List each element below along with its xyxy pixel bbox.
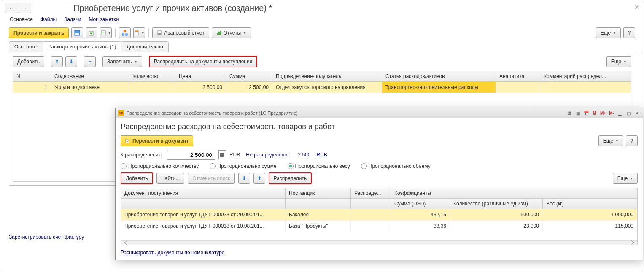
dialog-close-icon[interactable]: ✕ xyxy=(633,110,640,116)
print-icon[interactable]: 🖶 xyxy=(566,110,573,116)
dcol-qty[interactable]: Количество (различные ед.изм) xyxy=(450,199,543,209)
radio-sum[interactable]: Пропорционально сумме xyxy=(210,163,276,169)
col-dept[interactable]: Подразделение-получатель xyxy=(272,71,382,81)
main-toolbar: Провести и закрыть ▼ ▼ Авансовый отчет О… xyxy=(1,25,643,41)
svg-rect-7 xyxy=(126,34,127,35)
dlg-row[interactable]: Приобретение товаров и услуг ТДУТ-000023… xyxy=(121,209,637,221)
dialog-titlebar: 1c Распределение расходов на себестоимос… xyxy=(116,108,643,118)
calc-icon[interactable]: ▦ xyxy=(218,150,226,159)
svg-rect-9 xyxy=(135,31,138,32)
move-up-button[interactable]: ⬆ xyxy=(51,56,63,67)
reports-button[interactable]: Отчеты▼ xyxy=(212,27,251,38)
col-n[interactable]: N xyxy=(13,71,51,81)
dcol-dist[interactable]: Распреде... xyxy=(351,188,391,198)
tabs: Основное Расходы и прочие активы (1) Доп… xyxy=(1,41,643,52)
sub-more-button[interactable]: Еще▼ xyxy=(606,56,631,67)
decode-docs-link[interactable]: Расшифровать документы по номенклатуре xyxy=(121,250,225,256)
structure-button[interactable] xyxy=(119,27,131,38)
svg-rect-6 xyxy=(122,34,124,35)
dlg-up-button[interactable]: ⬆ xyxy=(253,173,265,184)
dialog-heading: Распределение расходов на себестоимость … xyxy=(121,122,638,131)
radio-qty[interactable]: Пропорционально количеству xyxy=(121,163,199,169)
grid-header: N Содержание Количество Цена Сумма Подра… xyxy=(13,71,631,82)
add-row-button[interactable]: Добавить xyxy=(13,56,44,67)
calendar-icon[interactable]: 📅 xyxy=(583,110,590,116)
section-main[interactable]: Основное xyxy=(10,16,33,23)
dialog-title: Распределение расходов на себестоимость … xyxy=(127,110,298,116)
col-content[interactable]: Содержание xyxy=(51,71,129,81)
tab-expenses[interactable]: Расходы и прочие активы (1) xyxy=(43,41,121,52)
close-icon[interactable]: ✕ xyxy=(634,4,639,11)
dcol-coef[interactable]: Коэффициенты xyxy=(391,188,637,198)
dlg-find-button[interactable]: Найти... xyxy=(156,173,184,184)
distribution-dialog: 1c Распределение расходов на себестоимос… xyxy=(115,108,643,260)
col-qty[interactable]: Количество xyxy=(129,71,175,81)
svg-rect-15 xyxy=(126,139,129,143)
section-files[interactable]: Файлы xyxy=(40,16,57,23)
to-dist-input[interactable] xyxy=(167,150,215,160)
distribute-to-docs-button[interactable]: Распределить на документы поступления xyxy=(149,56,257,67)
not-dist-cur: RUB xyxy=(316,152,327,158)
sub-toolbar: Добавить ⬆ ⬇ ⤺ Заполнить▼ Распределить н… xyxy=(13,56,631,67)
forward-button[interactable]: → xyxy=(18,3,31,13)
svg-rect-4 xyxy=(102,32,105,32)
more-button[interactable]: Еще▼ xyxy=(596,27,621,38)
tab-main[interactable]: Основное xyxy=(9,41,43,52)
table-row[interactable]: 1 Услуги по доставке 2 500,00 2 500,00 О… xyxy=(13,82,631,93)
svg-rect-5 xyxy=(124,30,126,32)
section-nav: Основное Файлы Задачи Мои заметки xyxy=(1,15,643,25)
radio-weight[interactable]: Пропорционально весу xyxy=(288,163,350,169)
move-down-button[interactable]: ⬇ xyxy=(65,56,77,67)
col-expense[interactable]: Статья расходов/активов xyxy=(382,71,496,81)
col-analytics[interactable]: Аналитика xyxy=(496,71,540,81)
main-window: ✕ ← → Приобретение услуг и прочих активо… xyxy=(1,1,643,270)
section-tasks[interactable]: Задачи xyxy=(64,16,81,23)
not-dist-label: Не распределено: xyxy=(246,152,288,158)
transfer-button[interactable]: Перенести в документ xyxy=(121,135,193,146)
dlg-row[interactable]: Приобретение товаров и услуг ТДУТ-000018… xyxy=(121,221,637,232)
dlg-down-button[interactable]: ⬇ xyxy=(238,173,250,184)
not-dist-value: 2 500 xyxy=(298,152,310,158)
dlg-grid-more-button[interactable]: Еще▼ xyxy=(613,173,638,184)
dcol-weight[interactable]: Вес (кг) xyxy=(543,199,637,209)
dlg-grid: Документ поступления Поставщик Распреде.… xyxy=(121,188,638,245)
m-plus-button[interactable]: M+ xyxy=(600,110,606,116)
advance-report-button[interactable]: Авансовый отчет xyxy=(152,27,209,38)
dcol-sum[interactable]: Сумма (USD) xyxy=(391,199,450,209)
back-button[interactable]: ← xyxy=(5,3,18,13)
minimize-icon[interactable]: ▁ xyxy=(617,110,623,116)
post-button[interactable] xyxy=(86,27,97,38)
save-button[interactable] xyxy=(71,27,83,38)
top-nav: ← → Приобретение услуг и прочих активов … xyxy=(1,1,643,15)
page-title: Приобретение услуг и прочих активов (соз… xyxy=(73,3,272,13)
svg-rect-11 xyxy=(158,33,161,35)
register-invoice-link[interactable]: Зарегистрировать счет-фактуру xyxy=(9,234,84,240)
dates-button[interactable]: ▼ xyxy=(133,27,145,38)
fill-button[interactable]: Заполнить▼ xyxy=(102,56,142,67)
tab-extra[interactable]: Дополнительно xyxy=(121,41,168,52)
svg-rect-3 xyxy=(101,31,105,35)
dlg-add-button[interactable]: Добавить xyxy=(121,172,153,184)
grid-icon[interactable]: ▦ xyxy=(574,110,581,116)
h-scrollbar[interactable] xyxy=(121,240,637,245)
radio-volume[interactable]: Пропорционально объему xyxy=(361,163,431,169)
m-minus-button[interactable]: M- xyxy=(608,110,615,116)
col-sum[interactable]: Сумма xyxy=(226,71,272,81)
basis-button[interactable]: ▼ xyxy=(100,27,112,38)
col-price[interactable]: Цена xyxy=(175,71,226,81)
dlg-help-button[interactable]: ? xyxy=(626,135,638,146)
copy-button[interactable]: ⤺ xyxy=(84,56,96,67)
app-icon: 1c xyxy=(118,110,124,116)
svg-rect-14 xyxy=(220,31,221,35)
col-comment[interactable]: Комментарий распредел... xyxy=(540,71,631,81)
dcol-supplier[interactable]: Поставщик xyxy=(286,188,351,198)
maximize-icon[interactable]: ▢ xyxy=(625,110,632,116)
section-notes[interactable]: Мои заметки xyxy=(89,16,119,23)
svg-rect-13 xyxy=(218,32,220,35)
m-button[interactable]: M xyxy=(591,110,598,116)
dlg-more-button[interactable]: Еще▼ xyxy=(598,135,623,146)
post-close-button[interactable]: Провести и закрыть xyxy=(9,27,69,38)
dlg-distribute-button[interactable]: Распределить xyxy=(269,172,312,184)
help-button[interactable]: ? xyxy=(623,27,635,38)
dcol-doc[interactable]: Документ поступления xyxy=(121,188,286,198)
